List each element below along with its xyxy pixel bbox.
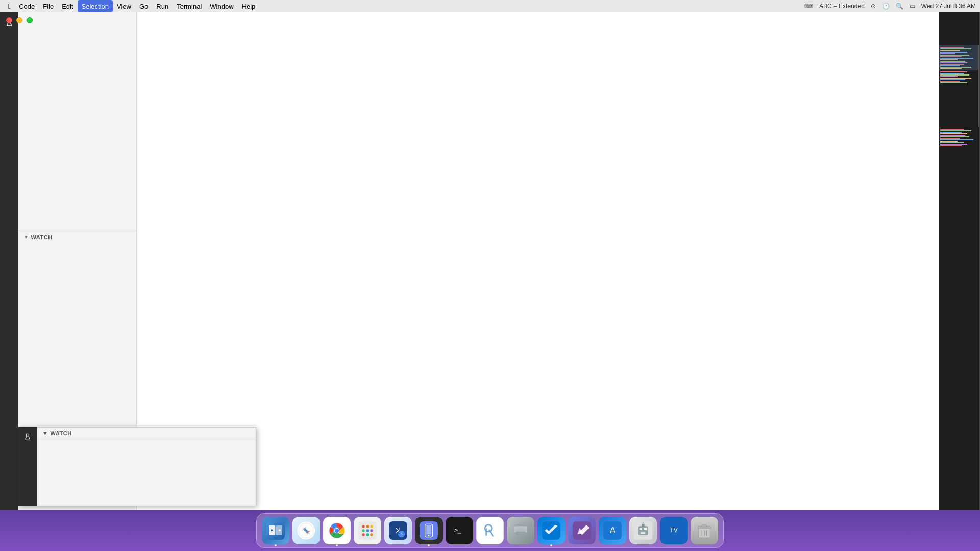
svg-point-23	[370, 529, 373, 532]
svg-point-22	[366, 529, 369, 532]
close-button[interactable]	[6, 17, 12, 23]
clock-icon[interactable]: 🕐	[882, 3, 890, 10]
svg-text:>_: >_	[454, 527, 462, 534]
svg-point-44	[514, 528, 527, 532]
svg-point-21	[362, 529, 364, 532]
menu-run[interactable]: Run	[152, 0, 173, 12]
svg-rect-33	[426, 525, 431, 534]
finder-dot	[275, 544, 277, 546]
traffic-lights	[6, 17, 33, 23]
watch-label: WATCH	[31, 234, 52, 240]
svg-rect-54	[641, 532, 645, 534]
svg-point-24	[362, 533, 364, 536]
dock: X S >_	[0, 510, 980, 551]
editor-area[interactable]	[137, 12, 939, 551]
debug-popup: ▼ WATCH	[18, 427, 256, 506]
search-icon[interactable]: 🔍	[896, 3, 903, 10]
svg-text:S: S	[400, 532, 403, 536]
menu-bar:  Code File Edit Selection View Go Run T…	[0, 0, 980, 12]
dock-item-chrome[interactable]	[323, 517, 351, 544]
minimize-button[interactable]	[16, 17, 22, 23]
svg-point-34	[428, 535, 430, 537]
dock-item-pencil[interactable]	[568, 517, 596, 544]
wifi-icon[interactable]: ⊙	[871, 3, 876, 10]
dock-item-db[interactable]	[507, 517, 534, 544]
dock-item-automator[interactable]	[629, 517, 657, 544]
menu-selection[interactable]: Selection	[78, 0, 113, 12]
minimap-panel	[939, 12, 980, 551]
svg-text:TV: TV	[670, 527, 677, 534]
svg-point-56	[642, 522, 644, 524]
svg-point-18	[362, 525, 364, 528]
svg-rect-52	[640, 528, 642, 530]
menu-go[interactable]: Go	[135, 0, 152, 12]
datetime-label: Wed 27 Jul 8:36 AM	[921, 3, 976, 10]
popup-activity-bar	[18, 427, 37, 506]
zoom-button[interactable]	[27, 17, 33, 23]
chrome-dot	[336, 544, 338, 546]
mirror-icon[interactable]: ▭	[910, 3, 915, 10]
menu-help[interactable]: Help	[238, 0, 260, 12]
svg-text:A: A	[610, 526, 616, 535]
svg-point-16	[335, 529, 339, 533]
svg-point-25	[366, 533, 369, 536]
debug-panel-top: ▼ WATCH	[18, 12, 136, 449]
simulator-dot	[428, 544, 430, 546]
dock-item-trash[interactable]	[691, 517, 718, 544]
watch-header[interactable]: ▼ WATCH	[18, 231, 136, 243]
menu-view[interactable]: View	[113, 0, 135, 12]
svg-point-19	[366, 525, 369, 528]
dock-item-finder[interactable]	[262, 517, 289, 544]
dock-item-safari[interactable]	[292, 517, 320, 544]
dock-item-appstore[interactable]: A	[599, 517, 626, 544]
popup-watch-label: WATCH	[50, 430, 71, 436]
dock-item-xcode[interactable]: X S	[384, 517, 412, 544]
svg-rect-39	[485, 528, 487, 536]
menu-edit[interactable]: Edit	[58, 0, 77, 12]
menu-file[interactable]: File	[39, 0, 58, 12]
menu-terminal[interactable]: Terminal	[173, 0, 206, 12]
menu-code[interactable]: Code	[15, 0, 39, 12]
dock-item-simulator[interactable]	[415, 517, 443, 544]
watch-chevron: ▼	[23, 234, 29, 240]
dock-item-launchpad[interactable]	[354, 517, 381, 544]
input-source-icon[interactable]: ⌨	[804, 3, 813, 10]
svg-rect-55	[642, 524, 644, 527]
dock-container: X S >_	[256, 513, 724, 548]
dock-item-teamviewer[interactable]: TV	[660, 517, 688, 544]
ime-label[interactable]: ABC – Extended	[819, 3, 865, 10]
popup-panel-content: ▼ WATCH	[37, 427, 256, 506]
popup-chevron: ▼	[42, 430, 48, 436]
svg-point-6	[279, 529, 281, 531]
menu-bar-right: ⌨ ABC – Extended ⊙ 🕐 🔍 ▭ Wed 27 Jul 8:36…	[804, 3, 976, 10]
vscode-dot	[550, 544, 552, 546]
apple-menu[interactable]: 	[4, 2, 15, 10]
dock-item-r[interactable]	[476, 517, 504, 544]
dock-item-terminal[interactable]: >_	[446, 517, 473, 544]
svg-rect-51	[638, 526, 648, 535]
popup-watch-header[interactable]: ▼ WATCH	[37, 428, 256, 439]
watch-section: ▼ WATCH	[18, 231, 136, 449]
dock-item-vscode[interactable]	[537, 517, 565, 544]
svg-rect-53	[644, 528, 647, 530]
svg-point-26	[370, 533, 373, 536]
popup-flask-icon[interactable]	[21, 431, 34, 443]
svg-rect-61	[702, 525, 706, 527]
svg-point-20	[370, 525, 373, 528]
activity-bar	[0, 12, 18, 551]
menu-window[interactable]: Window	[206, 0, 237, 12]
svg-point-5	[271, 529, 273, 531]
